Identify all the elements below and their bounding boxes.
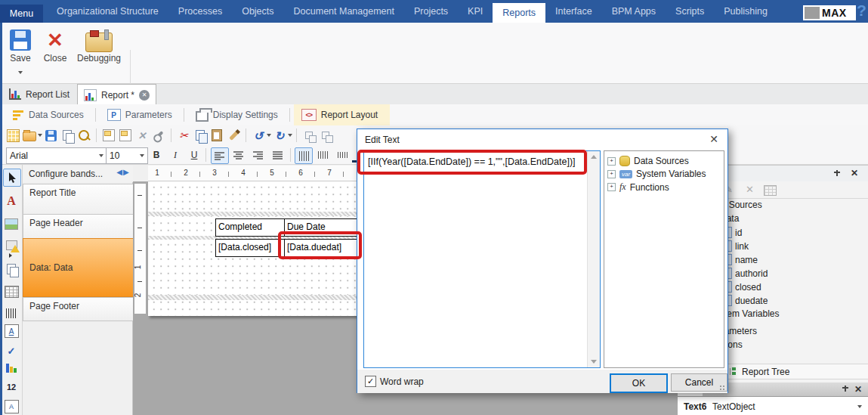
new-page-button[interactable] xyxy=(101,128,116,143)
delete-page-button[interactable]: ✕ xyxy=(134,128,150,143)
open-report-button[interactable] xyxy=(22,128,37,143)
object-selector[interactable]: Text6 TextObject xyxy=(678,396,868,415)
nav-reports-active[interactable]: Reports xyxy=(493,3,545,23)
expression-textarea[interactable]: [IIf(Year([Data.EndDate]) == 1,"",[Data.… xyxy=(363,150,601,368)
close-button[interactable]: ✕ Close xyxy=(38,27,73,63)
tree-field-duedate[interactable]: duedate xyxy=(722,295,768,306)
undo-dropdown-icon[interactable] xyxy=(267,134,271,137)
nav-kpi[interactable]: KPI xyxy=(458,0,493,23)
dialog-tree-system-variables[interactable]: + var System Variables xyxy=(607,169,706,179)
shape-flyout-icon[interactable] xyxy=(9,253,12,258)
expand-icon[interactable]: + xyxy=(607,170,616,178)
italic-button[interactable]: I xyxy=(167,147,184,163)
subreport-tool-button[interactable] xyxy=(3,261,20,277)
tree-field-authorid[interactable]: authorid xyxy=(722,268,768,279)
picture-tool-button[interactable] xyxy=(3,215,20,232)
dialog-tree-data-sources[interactable]: + Data Sources xyxy=(607,156,689,166)
underline-button[interactable]: U xyxy=(186,147,202,163)
report-layout-view-button[interactable]: <> Report Layout xyxy=(294,104,390,125)
display-settings-view-button[interactable]: Display Settings xyxy=(188,104,286,125)
scroll-down-icon[interactable] xyxy=(591,360,597,364)
scroll-up-icon[interactable] xyxy=(591,155,597,159)
save-report-button[interactable] xyxy=(43,128,58,143)
page-number-tool-button[interactable]: 12 xyxy=(3,379,20,395)
help-icon[interactable]: ? xyxy=(857,2,866,20)
align-center-button[interactable] xyxy=(230,147,247,163)
object-dropdown-icon[interactable] xyxy=(857,405,862,408)
save-dropdown-icon[interactable] xyxy=(18,71,23,74)
new-band-button[interactable] xyxy=(118,128,133,143)
tab-report-active[interactable]: Report * ✕ xyxy=(77,84,156,105)
shape-tool-button[interactable] xyxy=(3,237,20,253)
redo-button[interactable]: ↻ xyxy=(272,128,287,143)
collapse-bands-icon[interactable]: ◀▶ xyxy=(113,168,133,176)
tab-close-icon[interactable]: ✕ xyxy=(139,90,150,101)
ok-button[interactable]: OK xyxy=(610,373,668,393)
pin-icon[interactable] xyxy=(842,385,848,393)
new-report-button[interactable] xyxy=(5,128,20,143)
nav-projects[interactable]: Projects xyxy=(404,0,458,23)
checkbox-tool-button[interactable]: ✓ xyxy=(3,342,20,359)
format-painter-button[interactable] xyxy=(226,128,241,143)
nav-organizational-structure[interactable]: Organizational Structure xyxy=(47,0,168,23)
rich-text-tool-button[interactable]: A xyxy=(3,323,20,339)
nav-interface[interactable]: Interface xyxy=(545,0,602,23)
font-name-select[interactable]: Arial xyxy=(6,147,107,164)
dialog-tree-functions[interactable]: + fx Functions xyxy=(607,181,669,193)
nav-objects[interactable]: Objects xyxy=(232,0,283,23)
text-tool-button[interactable]: A xyxy=(3,193,20,209)
barcode-tool-button[interactable] xyxy=(3,305,20,321)
align-left-button[interactable] xyxy=(211,147,229,164)
expand-icon[interactable]: + xyxy=(607,157,616,166)
preview-button[interactable] xyxy=(76,128,91,143)
bold-button[interactable]: B xyxy=(148,147,165,163)
align-right-button[interactable] xyxy=(250,147,267,163)
save-button[interactable]: Save xyxy=(3,27,38,76)
data-sources-view-button[interactable]: Data Sources xyxy=(5,104,91,125)
completed-header-cell[interactable]: Completed xyxy=(215,218,288,237)
preview-pages-button[interactable] xyxy=(60,128,75,143)
undo-button[interactable]: ↺ xyxy=(251,128,266,143)
chart-tool-button[interactable] xyxy=(3,359,20,376)
expand-icon[interactable]: + xyxy=(607,183,616,191)
word-wrap-checkbox[interactable]: ✓ xyxy=(365,376,376,387)
nav-scripts[interactable]: Scripts xyxy=(666,0,714,23)
delete-icon[interactable]: ✕ xyxy=(746,184,754,195)
panel-close-icon[interactable]: ✕ xyxy=(851,168,858,178)
nav-publishing[interactable]: Publishing xyxy=(714,0,777,23)
valign-bottom-button[interactable] xyxy=(334,147,351,163)
menu-button[interactable]: Menu xyxy=(0,5,43,23)
paste-button[interactable] xyxy=(209,128,224,143)
parameters-view-button[interactable]: P Parameters xyxy=(100,104,180,125)
textarea-scrollbar[interactable] xyxy=(587,151,600,367)
resize-grip[interactable] xyxy=(719,385,726,392)
band-report-title[interactable]: Report Title xyxy=(23,184,140,217)
nav-bpm-apps[interactable]: BPM Apps xyxy=(602,0,666,23)
dialog-close-icon[interactable]: ✕ xyxy=(709,133,718,145)
panel-close-icon[interactable]: ✕ xyxy=(854,384,862,395)
band-data-selected[interactable]: Data: Data xyxy=(23,238,140,297)
view-data-icon[interactable] xyxy=(764,185,777,196)
band-page-header[interactable]: Page Header xyxy=(23,214,140,241)
debugging-button[interactable]: Debugging xyxy=(74,27,124,63)
size-to-grid-button[interactable] xyxy=(318,128,333,143)
align-to-grid-button[interactable] xyxy=(301,128,317,143)
tab-report-list[interactable]: Report List xyxy=(3,84,76,104)
valign-center-button[interactable] xyxy=(314,147,331,163)
open-dropdown-icon[interactable] xyxy=(38,134,42,137)
valign-top-button[interactable] xyxy=(295,147,313,164)
copy-button[interactable] xyxy=(193,128,208,143)
nav-document-management[interactable]: Document Management xyxy=(284,0,404,23)
cut-button[interactable]: ✂ xyxy=(176,128,191,143)
font-size-select[interactable]: 10 xyxy=(106,147,148,164)
align-justify-button[interactable] xyxy=(270,147,286,163)
select-tool-button[interactable] xyxy=(3,169,21,187)
band-page-footer[interactable]: Page Footer xyxy=(23,297,140,321)
page-setup-button[interactable] xyxy=(151,128,166,143)
data-text-tool-button[interactable]: A xyxy=(3,398,20,415)
nav-processes[interactable]: Processes xyxy=(168,0,232,23)
data-closed-cell[interactable]: [Data.closed] xyxy=(215,239,288,257)
redo-dropdown-icon[interactable] xyxy=(288,134,292,137)
table-tool-button[interactable] xyxy=(3,283,20,300)
pin-icon[interactable] xyxy=(833,169,840,178)
